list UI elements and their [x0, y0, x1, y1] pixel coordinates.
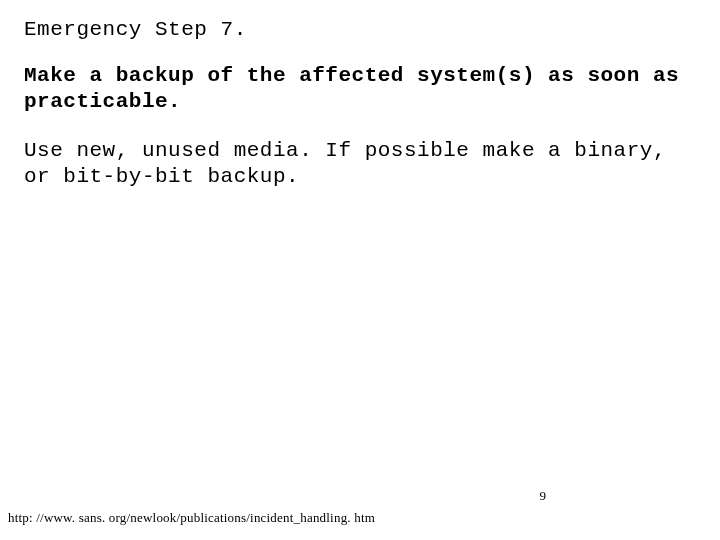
slide-container: Emergency Step 7. Make a backup of the a…	[0, 0, 720, 540]
footer-url: http: //www. sans. org/newlook/publicati…	[8, 510, 375, 526]
page-number: 9	[540, 488, 547, 504]
slide-body-text: Use new, unused media. If possible make …	[24, 138, 696, 191]
slide-title: Emergency Step 7.	[24, 18, 696, 41]
slide-main-text: Make a backup of the affected system(s) …	[24, 63, 696, 116]
